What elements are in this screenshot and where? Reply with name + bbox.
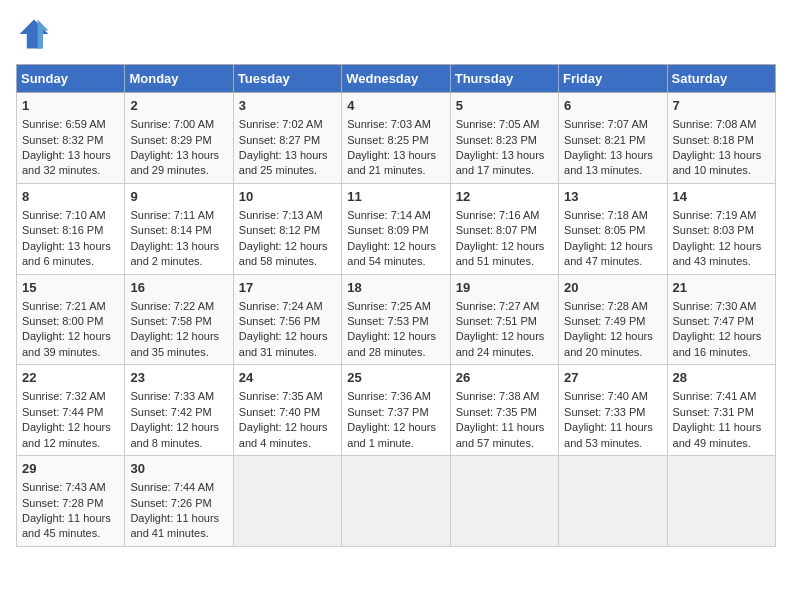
- day-number: 28: [673, 369, 770, 387]
- day-number: 9: [130, 188, 227, 206]
- calendar-cell: 26Sunrise: 7:38 AMSunset: 7:35 PMDayligh…: [450, 365, 558, 456]
- day-number: 20: [564, 279, 661, 297]
- calendar-week-row: 29Sunrise: 7:43 AMSunset: 7:28 PMDayligh…: [17, 456, 776, 547]
- sunset: Sunset: 8:03 PM: [673, 224, 754, 236]
- day-number: 27: [564, 369, 661, 387]
- sunrise: Sunrise: 7:24 AM: [239, 300, 323, 312]
- daylight: Daylight: 13 hours and 21 minutes.: [347, 149, 436, 176]
- calendar-cell: 15Sunrise: 7:21 AMSunset: 8:00 PMDayligh…: [17, 274, 125, 365]
- daylight: Daylight: 11 hours and 57 minutes.: [456, 421, 545, 448]
- sunset: Sunset: 8:25 PM: [347, 134, 428, 146]
- logo-icon: [16, 16, 52, 52]
- sunset: Sunset: 8:16 PM: [22, 224, 103, 236]
- day-number: 11: [347, 188, 444, 206]
- sunrise: Sunrise: 7:14 AM: [347, 209, 431, 221]
- day-header-monday: Monday: [125, 65, 233, 93]
- daylight: Daylight: 12 hours and 20 minutes.: [564, 330, 653, 357]
- sunset: Sunset: 8:05 PM: [564, 224, 645, 236]
- sunset: Sunset: 7:53 PM: [347, 315, 428, 327]
- day-number: 25: [347, 369, 444, 387]
- sunrise: Sunrise: 7:30 AM: [673, 300, 757, 312]
- sunset: Sunset: 8:12 PM: [239, 224, 320, 236]
- sunrise: Sunrise: 7:11 AM: [130, 209, 214, 221]
- day-number: 5: [456, 97, 553, 115]
- daylight: Daylight: 11 hours and 49 minutes.: [673, 421, 762, 448]
- daylight: Daylight: 12 hours and 58 minutes.: [239, 240, 328, 267]
- daylight: Daylight: 12 hours and 8 minutes.: [130, 421, 219, 448]
- daylight: Daylight: 12 hours and 28 minutes.: [347, 330, 436, 357]
- sunrise: Sunrise: 7:10 AM: [22, 209, 106, 221]
- sunset: Sunset: 7:35 PM: [456, 406, 537, 418]
- sunset: Sunset: 7:37 PM: [347, 406, 428, 418]
- day-number: 7: [673, 97, 770, 115]
- sunrise: Sunrise: 7:03 AM: [347, 118, 431, 130]
- sunrise: Sunrise: 7:21 AM: [22, 300, 106, 312]
- calendar-cell: 11Sunrise: 7:14 AMSunset: 8:09 PMDayligh…: [342, 183, 450, 274]
- calendar-cell: 16Sunrise: 7:22 AMSunset: 7:58 PMDayligh…: [125, 274, 233, 365]
- sunset: Sunset: 8:27 PM: [239, 134, 320, 146]
- daylight: Daylight: 12 hours and 35 minutes.: [130, 330, 219, 357]
- sunset: Sunset: 7:47 PM: [673, 315, 754, 327]
- daylight: Daylight: 12 hours and 31 minutes.: [239, 330, 328, 357]
- sunset: Sunset: 8:29 PM: [130, 134, 211, 146]
- calendar-week-row: 22Sunrise: 7:32 AMSunset: 7:44 PMDayligh…: [17, 365, 776, 456]
- sunrise: Sunrise: 7:33 AM: [130, 390, 214, 402]
- daylight: Daylight: 13 hours and 2 minutes.: [130, 240, 219, 267]
- calendar-cell: 4Sunrise: 7:03 AMSunset: 8:25 PMDaylight…: [342, 93, 450, 184]
- daylight: Daylight: 13 hours and 32 minutes.: [22, 149, 111, 176]
- day-number: 29: [22, 460, 119, 478]
- sunrise: Sunrise: 7:16 AM: [456, 209, 540, 221]
- day-number: 19: [456, 279, 553, 297]
- svg-marker-0: [20, 20, 49, 49]
- calendar-cell: 23Sunrise: 7:33 AMSunset: 7:42 PMDayligh…: [125, 365, 233, 456]
- sunrise: Sunrise: 7:08 AM: [673, 118, 757, 130]
- day-header-thursday: Thursday: [450, 65, 558, 93]
- calendar-cell: 27Sunrise: 7:40 AMSunset: 7:33 PMDayligh…: [559, 365, 667, 456]
- day-header-wednesday: Wednesday: [342, 65, 450, 93]
- sunrise: Sunrise: 7:05 AM: [456, 118, 540, 130]
- sunrise: Sunrise: 7:25 AM: [347, 300, 431, 312]
- calendar-cell: 18Sunrise: 7:25 AMSunset: 7:53 PMDayligh…: [342, 274, 450, 365]
- calendar-cell: [233, 456, 341, 547]
- calendar-cell: 1Sunrise: 6:59 AMSunset: 8:32 PMDaylight…: [17, 93, 125, 184]
- calendar-table: SundayMondayTuesdayWednesdayThursdayFrid…: [16, 64, 776, 547]
- sunset: Sunset: 8:14 PM: [130, 224, 211, 236]
- day-number: 3: [239, 97, 336, 115]
- daylight: Daylight: 12 hours and 4 minutes.: [239, 421, 328, 448]
- sunrise: Sunrise: 7:41 AM: [673, 390, 757, 402]
- sunrise: Sunrise: 7:19 AM: [673, 209, 757, 221]
- sunrise: Sunrise: 7:07 AM: [564, 118, 648, 130]
- sunrise: Sunrise: 7:38 AM: [456, 390, 540, 402]
- day-number: 15: [22, 279, 119, 297]
- calendar-cell: 25Sunrise: 7:36 AMSunset: 7:37 PMDayligh…: [342, 365, 450, 456]
- sunrise: Sunrise: 7:00 AM: [130, 118, 214, 130]
- day-number: 22: [22, 369, 119, 387]
- sunrise: Sunrise: 7:27 AM: [456, 300, 540, 312]
- sunrise: Sunrise: 6:59 AM: [22, 118, 106, 130]
- day-number: 16: [130, 279, 227, 297]
- day-number: 30: [130, 460, 227, 478]
- day-number: 4: [347, 97, 444, 115]
- calendar-week-row: 15Sunrise: 7:21 AMSunset: 8:00 PMDayligh…: [17, 274, 776, 365]
- sunset: Sunset: 8:09 PM: [347, 224, 428, 236]
- day-number: 17: [239, 279, 336, 297]
- daylight: Daylight: 11 hours and 53 minutes.: [564, 421, 653, 448]
- day-header-saturday: Saturday: [667, 65, 775, 93]
- sunset: Sunset: 7:44 PM: [22, 406, 103, 418]
- sunset: Sunset: 8:21 PM: [564, 134, 645, 146]
- sunrise: Sunrise: 7:22 AM: [130, 300, 214, 312]
- day-number: 2: [130, 97, 227, 115]
- sunrise: Sunrise: 7:13 AM: [239, 209, 323, 221]
- daylight: Daylight: 12 hours and 54 minutes.: [347, 240, 436, 267]
- calendar-cell: 21Sunrise: 7:30 AMSunset: 7:47 PMDayligh…: [667, 274, 775, 365]
- calendar-cell: 20Sunrise: 7:28 AMSunset: 7:49 PMDayligh…: [559, 274, 667, 365]
- calendar-cell: 6Sunrise: 7:07 AMSunset: 8:21 PMDaylight…: [559, 93, 667, 184]
- daylight: Daylight: 11 hours and 41 minutes.: [130, 512, 219, 539]
- sunrise: Sunrise: 7:43 AM: [22, 481, 106, 493]
- day-number: 13: [564, 188, 661, 206]
- daylight: Daylight: 13 hours and 13 minutes.: [564, 149, 653, 176]
- sunset: Sunset: 8:18 PM: [673, 134, 754, 146]
- calendar-header-row: SundayMondayTuesdayWednesdayThursdayFrid…: [17, 65, 776, 93]
- daylight: Daylight: 13 hours and 6 minutes.: [22, 240, 111, 267]
- day-number: 6: [564, 97, 661, 115]
